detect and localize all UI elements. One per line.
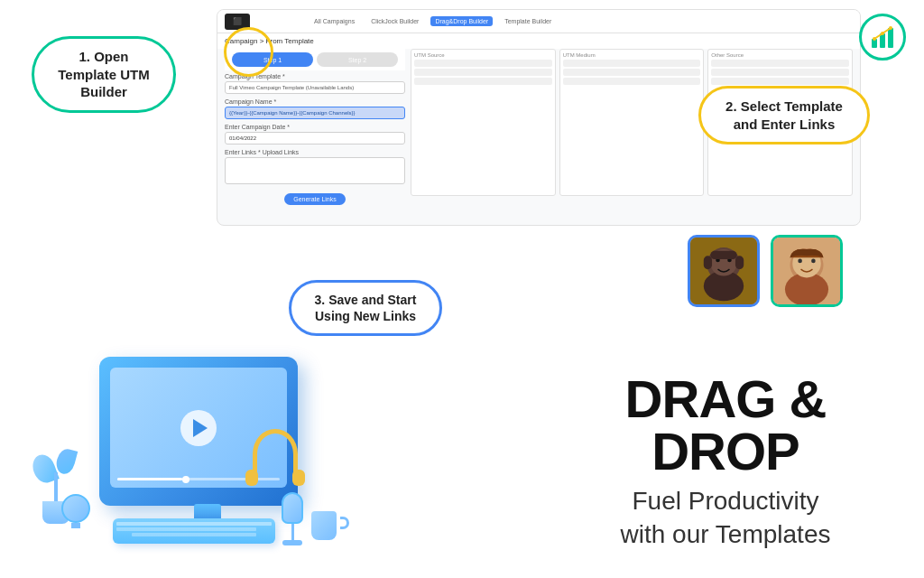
col-utm-source: UTM Source — [411, 49, 556, 196]
progress-fill — [117, 478, 182, 480]
clock-decoration — [61, 494, 90, 528]
clock-face — [61, 494, 90, 523]
microphone-decoration — [280, 492, 305, 551]
play-triangle — [193, 419, 208, 437]
svg-point-3 — [873, 37, 876, 41]
nav-all-campaigns[interactable]: All Campaigns — [310, 16, 359, 26]
campaign-date-label: Enter Campaign Date * — [225, 124, 405, 130]
profile-face-female — [773, 238, 840, 304]
hero-subtitle: Fuel Productivity with our Templates — [545, 485, 906, 551]
nav-clickjock[interactable]: ClickJock Builder — [366, 16, 423, 26]
hero-text-area: DRAG & DROP Fuel Productivity with our T… — [545, 373, 906, 551]
links-textarea[interactable] — [225, 157, 405, 184]
plant-stem — [54, 472, 58, 504]
headphone-ear-left — [245, 470, 258, 486]
chart-icon — [870, 24, 895, 50]
mic-stand — [291, 524, 294, 540]
profile-images-area — [688, 235, 843, 307]
svg-rect-14 — [735, 256, 744, 269]
utm-button-highlight — [224, 27, 273, 77]
mic-head — [282, 492, 303, 524]
headphone-band — [253, 429, 298, 479]
step2-label: 2. Select Template and Enter Links — [725, 98, 843, 132]
svg-point-19 — [798, 259, 802, 264]
mug-body — [311, 511, 337, 540]
step2-callout: 2. Select Template and Enter Links — [698, 86, 870, 144]
generate-button-area: Generate Links — [225, 189, 405, 205]
campaign-name-input[interactable]: {{Year}}-{{Campaign Name}}-{{Campaign Ch… — [225, 107, 405, 119]
svg-rect-13 — [704, 256, 712, 269]
female-face-svg — [773, 235, 840, 307]
progress-dot — [182, 476, 189, 483]
profile-female — [771, 235, 843, 307]
campaign-date-input[interactable]: 01/04/2022 — [225, 132, 405, 144]
nav-dragdrop[interactable]: Drag&Drop Builder — [430, 16, 493, 26]
step-pill-2: Step 2 — [317, 52, 398, 67]
headphones-decoration — [253, 429, 298, 479]
svg-rect-2 — [888, 28, 893, 48]
step3-callout: 3. Save and Start Using New Links — [289, 280, 442, 336]
profile-male — [688, 235, 760, 307]
headphone-ear-right — [292, 470, 305, 486]
generate-links-button[interactable]: Generate Links — [284, 193, 345, 205]
brand-logo — [859, 14, 906, 61]
mug-decoration — [311, 511, 342, 544]
svg-point-5 — [889, 26, 892, 30]
mockup-nav-bar: ⬛ All Campaigns ClickJock Builder Drag&D… — [217, 10, 860, 33]
nav-template[interactable]: Template Builder — [500, 16, 556, 26]
mic-base — [282, 540, 302, 545]
svg-point-4 — [881, 32, 884, 35]
keyboard-keys — [113, 518, 275, 540]
hero-title: DRAG & DROP — [545, 373, 906, 478]
enter-links-label: Enter Links * Upload Links — [225, 149, 405, 155]
step1-label: 1. Open Template UTM Builder — [58, 49, 149, 99]
clock-stand — [71, 523, 80, 528]
mockup-breadcrumb: Campaign > From Template — [217, 33, 860, 49]
mockup-logo-text: ⬛ — [233, 17, 242, 25]
svg-rect-12 — [710, 251, 737, 259]
keyboard-3d — [113, 518, 275, 544]
col-utm-medium: UTM Medium — [559, 49, 705, 196]
mug-handle — [340, 517, 349, 529]
play-button — [180, 410, 217, 446]
campaign-template-input[interactable]: Full Vimeo Campaign Template (Unavailabl… — [225, 81, 405, 94]
profile-face-male — [690, 238, 757, 304]
step3-label: 3. Save and Start Using New Links — [315, 293, 417, 323]
campaign-name-label: Campaign Name * — [225, 98, 405, 105]
step1-callout: 1. Open Template UTM Builder — [32, 36, 176, 113]
svg-point-20 — [811, 259, 816, 264]
male-face-svg — [690, 235, 757, 307]
